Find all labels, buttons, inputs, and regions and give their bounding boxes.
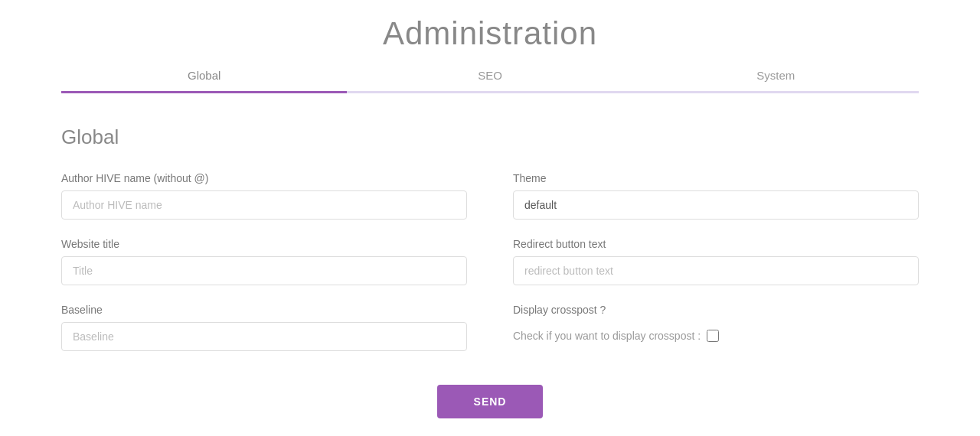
author-hive-name-input[interactable] <box>61 190 467 220</box>
baseline-label: Baseline <box>61 304 467 316</box>
redirect-button-text-group: Redirect button text <box>513 238 919 285</box>
tab-seo[interactable]: SEO <box>347 60 632 102</box>
baseline-input[interactable] <box>61 322 467 351</box>
send-button[interactable]: SEND <box>437 385 544 418</box>
crosspost-check-text: Check if you want to display crosspost : <box>513 330 701 342</box>
tab-global[interactable]: Global <box>61 60 347 102</box>
form-grid: Author HIVE name (without @) Website tit… <box>61 172 919 369</box>
send-button-container: SEND <box>61 385 919 434</box>
right-column: Theme Redirect button text Display cross… <box>513 172 919 369</box>
theme-label: Theme <box>513 172 919 184</box>
display-crosspost-label: Display crosspost ? <box>513 304 919 316</box>
page-title: Administration <box>0 15 980 52</box>
content-area: Global Author HIVE name (without @) Webs… <box>0 102 980 436</box>
website-title-group: Website title <box>61 238 467 285</box>
baseline-group: Baseline <box>61 304 467 351</box>
theme-input[interactable] <box>513 190 919 220</box>
author-hive-name-group: Author HIVE name (without @) <box>61 172 467 220</box>
website-title-input[interactable] <box>61 256 467 285</box>
theme-group: Theme <box>513 172 919 220</box>
redirect-button-text-input[interactable] <box>513 256 919 285</box>
page-header: Administration <box>0 0 980 60</box>
redirect-button-text-label: Redirect button text <box>513 238 919 250</box>
section-title: Global <box>61 125 919 149</box>
tab-system[interactable]: System <box>633 60 919 102</box>
website-title-label: Website title <box>61 238 467 250</box>
left-column: Author HIVE name (without @) Website tit… <box>61 172 467 369</box>
display-crosspost-checkbox[interactable] <box>707 330 719 342</box>
crosspost-check-row: Check if you want to display crosspost : <box>513 322 919 350</box>
display-crosspost-group: Display crosspost ? Check if you want to… <box>513 304 919 350</box>
tabs-nav: Global SEO System <box>61 60 919 102</box>
author-hive-name-label: Author HIVE name (without @) <box>61 172 467 184</box>
